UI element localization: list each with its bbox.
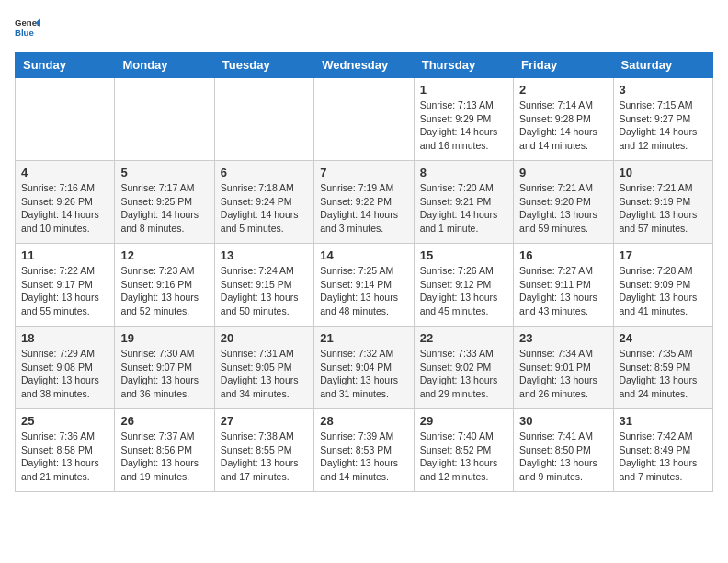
calendar-cell: 3Sunrise: 7:15 AM Sunset: 9:27 PM Daylig… [613, 78, 712, 161]
day-number: 15 [420, 248, 507, 262]
calendar-cell: 13Sunrise: 7:24 AM Sunset: 9:15 PM Dayli… [214, 244, 313, 327]
day-info: Sunrise: 7:39 AM Sunset: 8:53 PM Dayligh… [320, 430, 407, 484]
calendar-week-1: 1Sunrise: 7:13 AM Sunset: 9:29 PM Daylig… [16, 78, 713, 161]
calendar-header-row: SundayMondayTuesdayWednesdayThursdayFrid… [16, 52, 713, 78]
day-number: 13 [221, 248, 308, 262]
calendar-cell: 11Sunrise: 7:22 AM Sunset: 9:17 PM Dayli… [16, 244, 115, 327]
day-number: 17 [620, 248, 707, 262]
day-info: Sunrise: 7:30 AM Sunset: 9:07 PM Dayligh… [120, 347, 208, 401]
calendar-week-3: 11Sunrise: 7:22 AM Sunset: 9:17 PM Dayli… [16, 244, 713, 327]
day-info: Sunrise: 7:36 AM Sunset: 8:58 PM Dayligh… [21, 430, 108, 484]
calendar-cell: 2Sunrise: 7:14 AM Sunset: 9:28 PM Daylig… [514, 78, 613, 161]
calendar-cell: 15Sunrise: 7:26 AM Sunset: 9:12 PM Dayli… [414, 244, 513, 327]
calendar-cell: 20Sunrise: 7:31 AM Sunset: 9:05 PM Dayli… [214, 327, 313, 409]
calendar-cell: 9Sunrise: 7:21 AM Sunset: 9:20 PM Daylig… [514, 161, 613, 244]
day-info: Sunrise: 7:20 AM Sunset: 9:21 PM Dayligh… [420, 181, 507, 236]
day-info: Sunrise: 7:26 AM Sunset: 9:12 PM Dayligh… [420, 264, 507, 318]
calendar-cell: 19Sunrise: 7:30 AM Sunset: 9:07 PM Dayli… [115, 327, 214, 409]
day-number: 11 [21, 248, 108, 262]
day-number: 12 [120, 248, 208, 262]
day-info: Sunrise: 7:22 AM Sunset: 9:17 PM Dayligh… [21, 264, 108, 318]
day-info: Sunrise: 7:32 AM Sunset: 9:04 PM Dayligh… [320, 347, 407, 401]
day-number: 26 [120, 414, 208, 428]
column-header-saturday: Saturday [613, 52, 712, 78]
calendar-cell: 24Sunrise: 7:35 AM Sunset: 8:59 PM Dayli… [613, 327, 712, 409]
calendar-table: SundayMondayTuesdayWednesdayThursdayFrid… [15, 52, 713, 492]
column-header-wednesday: Wednesday [314, 52, 414, 78]
calendar-cell [115, 78, 214, 161]
day-info: Sunrise: 7:35 AM Sunset: 8:59 PM Dayligh… [620, 347, 707, 401]
day-info: Sunrise: 7:42 AM Sunset: 8:49 PM Dayligh… [620, 430, 707, 484]
calendar-cell: 1Sunrise: 7:13 AM Sunset: 9:29 PM Daylig… [414, 78, 513, 161]
day-info: Sunrise: 7:24 AM Sunset: 9:15 PM Dayligh… [221, 264, 308, 318]
calendar-cell [214, 78, 313, 161]
day-number: 3 [620, 83, 707, 97]
day-number: 28 [320, 414, 407, 428]
column-header-sunday: Sunday [16, 52, 115, 78]
day-number: 27 [221, 414, 308, 428]
calendar-cell: 26Sunrise: 7:37 AM Sunset: 8:56 PM Dayli… [115, 409, 214, 492]
day-info: Sunrise: 7:34 AM Sunset: 9:01 PM Dayligh… [519, 347, 607, 401]
day-info: Sunrise: 7:13 AM Sunset: 9:29 PM Dayligh… [420, 98, 507, 153]
calendar-week-4: 18Sunrise: 7:29 AM Sunset: 9:08 PM Dayli… [16, 327, 713, 409]
day-number: 20 [221, 331, 308, 345]
day-info: Sunrise: 7:33 AM Sunset: 9:02 PM Dayligh… [420, 347, 507, 401]
day-number: 1 [420, 83, 507, 97]
day-number: 25 [21, 414, 108, 428]
day-number: 23 [519, 331, 607, 345]
day-info: Sunrise: 7:18 AM Sunset: 9:24 PM Dayligh… [221, 181, 308, 236]
calendar-cell: 31Sunrise: 7:42 AM Sunset: 8:49 PM Dayli… [613, 409, 712, 492]
day-info: Sunrise: 7:21 AM Sunset: 9:20 PM Dayligh… [519, 181, 607, 236]
day-info: Sunrise: 7:15 AM Sunset: 9:27 PM Dayligh… [620, 98, 707, 153]
day-info: Sunrise: 7:16 AM Sunset: 9:26 PM Dayligh… [21, 181, 108, 236]
calendar-cell [314, 78, 414, 161]
calendar-cell: 12Sunrise: 7:23 AM Sunset: 9:16 PM Dayli… [115, 244, 214, 327]
day-info: Sunrise: 7:14 AM Sunset: 9:28 PM Dayligh… [519, 98, 607, 153]
calendar-cell: 14Sunrise: 7:25 AM Sunset: 9:14 PM Dayli… [314, 244, 414, 327]
column-header-thursday: Thursday [414, 52, 513, 78]
day-info: Sunrise: 7:40 AM Sunset: 8:52 PM Dayligh… [420, 430, 507, 484]
calendar-cell: 10Sunrise: 7:21 AM Sunset: 9:19 PM Dayli… [613, 161, 712, 244]
svg-text:Blue: Blue [15, 28, 34, 38]
day-number: 7 [320, 166, 407, 179]
page-header: General Blue [15, 15, 713, 40]
calendar-cell: 22Sunrise: 7:33 AM Sunset: 9:02 PM Dayli… [414, 327, 513, 409]
day-number: 8 [420, 166, 507, 179]
calendar-cell: 5Sunrise: 7:17 AM Sunset: 9:25 PM Daylig… [115, 161, 214, 244]
calendar-cell: 28Sunrise: 7:39 AM Sunset: 8:53 PM Dayli… [314, 409, 414, 492]
calendar-week-2: 4Sunrise: 7:16 AM Sunset: 9:26 PM Daylig… [16, 161, 713, 244]
day-info: Sunrise: 7:41 AM Sunset: 8:50 PM Dayligh… [519, 430, 607, 484]
day-info: Sunrise: 7:29 AM Sunset: 9:08 PM Dayligh… [21, 347, 108, 401]
calendar-cell: 6Sunrise: 7:18 AM Sunset: 9:24 PM Daylig… [214, 161, 313, 244]
day-info: Sunrise: 7:17 AM Sunset: 9:25 PM Dayligh… [120, 181, 208, 236]
logo-icon: General Blue [15, 15, 40, 40]
calendar-cell: 8Sunrise: 7:20 AM Sunset: 9:21 PM Daylig… [414, 161, 513, 244]
calendar-cell: 4Sunrise: 7:16 AM Sunset: 9:26 PM Daylig… [16, 161, 115, 244]
day-number: 19 [120, 331, 208, 345]
calendar-cell: 30Sunrise: 7:41 AM Sunset: 8:50 PM Dayli… [514, 409, 613, 492]
day-number: 18 [21, 331, 108, 345]
day-info: Sunrise: 7:38 AM Sunset: 8:55 PM Dayligh… [221, 430, 308, 484]
day-number: 6 [221, 166, 308, 179]
day-number: 31 [620, 414, 707, 428]
day-number: 9 [519, 166, 607, 179]
day-number: 5 [120, 166, 208, 179]
day-info: Sunrise: 7:25 AM Sunset: 9:14 PM Dayligh… [320, 264, 407, 318]
calendar-cell: 17Sunrise: 7:28 AM Sunset: 9:09 PM Dayli… [613, 244, 712, 327]
day-number: 29 [420, 414, 507, 428]
day-number: 22 [420, 331, 507, 345]
day-number: 30 [519, 414, 607, 428]
calendar-cell: 7Sunrise: 7:19 AM Sunset: 9:22 PM Daylig… [314, 161, 414, 244]
column-header-monday: Monday [115, 52, 214, 78]
day-info: Sunrise: 7:27 AM Sunset: 9:11 PM Dayligh… [519, 264, 607, 318]
calendar-cell: 29Sunrise: 7:40 AM Sunset: 8:52 PM Dayli… [414, 409, 513, 492]
column-header-friday: Friday [514, 52, 613, 78]
day-info: Sunrise: 7:21 AM Sunset: 9:19 PM Dayligh… [620, 181, 707, 236]
day-info: Sunrise: 7:23 AM Sunset: 9:16 PM Dayligh… [120, 264, 208, 318]
day-number: 2 [519, 83, 607, 97]
day-number: 10 [620, 166, 707, 179]
day-info: Sunrise: 7:31 AM Sunset: 9:05 PM Dayligh… [221, 347, 308, 401]
calendar-cell: 21Sunrise: 7:32 AM Sunset: 9:04 PM Dayli… [314, 327, 414, 409]
day-number: 21 [320, 331, 407, 345]
calendar-cell: 18Sunrise: 7:29 AM Sunset: 9:08 PM Dayli… [16, 327, 115, 409]
